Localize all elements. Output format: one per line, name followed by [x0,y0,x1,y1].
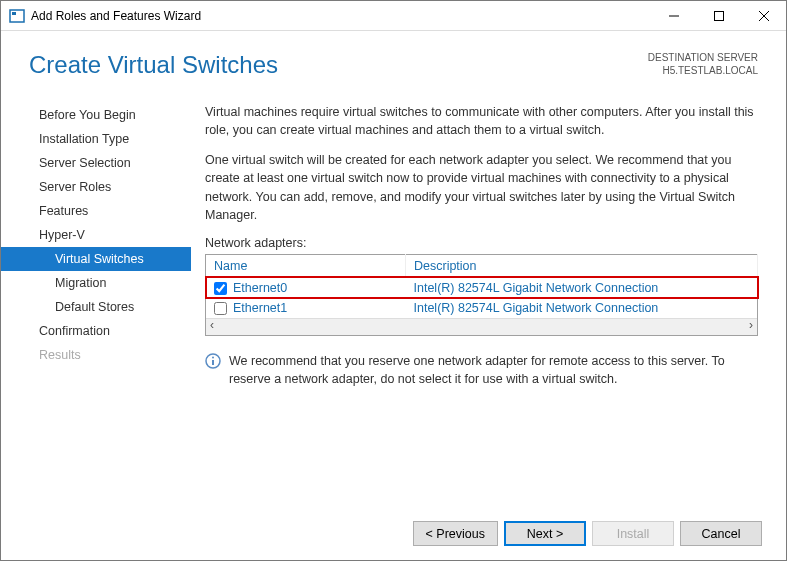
titlebar-title: Add Roles and Features Wizard [31,9,651,23]
col-description[interactable]: Description [406,254,758,277]
intro-paragraph-1: Virtual machines require virtual switche… [205,103,758,139]
svg-rect-8 [212,360,214,365]
destination-server: DESTINATION SERVER H5.TESTLAB.LOCAL [648,51,758,77]
content: Virtual machines require virtual switche… [191,89,786,507]
maximize-button[interactable] [696,1,741,30]
nav-migration[interactable]: Migration [1,271,191,295]
info-text: We recommend that you reserve one networ… [229,352,758,388]
adapters-label: Network adapters: [205,236,758,250]
nav-confirmation[interactable]: Confirmation [1,319,191,343]
body: Before You Begin Installation Type Serve… [1,89,786,507]
adapter-name: Ethernet0 [233,281,287,295]
horizontal-scrollbar[interactable] [206,318,757,335]
nav-results: Results [1,343,191,367]
nav-installation-type[interactable]: Installation Type [1,127,191,151]
adapter-row[interactable]: Ethernet1 Intel(R) 82574L Gigabit Networ… [206,298,758,318]
nav-before-you-begin[interactable]: Before You Begin [1,103,191,127]
titlebar: Add Roles and Features Wizard [1,1,786,31]
destination-server-label: DESTINATION SERVER [648,51,758,64]
install-button: Install [592,521,674,546]
nav-virtual-switches[interactable]: Virtual Switches [1,247,191,271]
nav-features[interactable]: Features [1,199,191,223]
nav-default-stores[interactable]: Default Stores [1,295,191,319]
adapter-description: Intel(R) 82574L Gigabit Network Connecti… [406,277,758,298]
intro-paragraph-2: One virtual switch will be created for e… [205,151,758,224]
svg-rect-1 [12,12,16,15]
col-name[interactable]: Name [206,254,406,277]
svg-rect-3 [714,11,723,20]
previous-button[interactable]: < Previous [413,521,498,546]
page-title: Create Virtual Switches [29,51,278,79]
nav-server-roles[interactable]: Server Roles [1,175,191,199]
titlebar-buttons [651,1,786,30]
footer: < Previous Next > Install Cancel [1,507,786,560]
nav-hyper-v[interactable]: Hyper-V [1,223,191,247]
info-icon [205,353,221,369]
header: Create Virtual Switches DESTINATION SERV… [1,31,786,89]
app-icon [9,8,25,24]
adapter-description: Intel(R) 82574L Gigabit Network Connecti… [406,298,758,318]
svg-point-7 [212,357,214,359]
adapter-checkbox[interactable] [214,302,227,315]
next-button[interactable]: Next > [504,521,586,546]
destination-server-name: H5.TESTLAB.LOCAL [648,64,758,77]
close-button[interactable] [741,1,786,30]
svg-rect-0 [10,10,24,22]
adapter-row[interactable]: Ethernet0 Intel(R) 82574L Gigabit Networ… [206,277,758,298]
adapters-table: Name Description Ethernet0 Intel(R) 8257… [205,254,758,336]
adapter-name: Ethernet1 [233,301,287,315]
nav-sidebar: Before You Begin Installation Type Serve… [1,89,191,507]
adapter-checkbox[interactable] [214,282,227,295]
nav-server-selection[interactable]: Server Selection [1,151,191,175]
cancel-button[interactable]: Cancel [680,521,762,546]
minimize-button[interactable] [651,1,696,30]
info-note: We recommend that you reserve one networ… [205,352,758,388]
